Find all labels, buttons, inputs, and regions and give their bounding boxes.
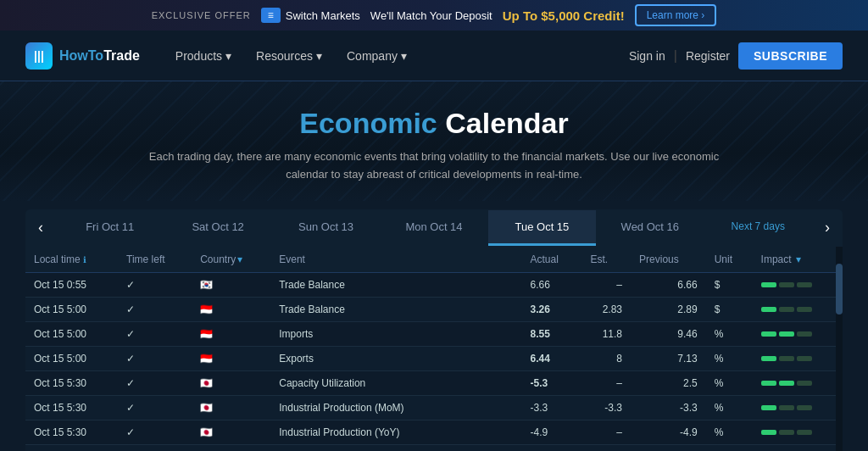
table-body: Oct 15 0:55 ✓ 🇰🇷 Trade Balance 6.66 – 6.… xyxy=(25,272,843,451)
cell-est: – xyxy=(581,420,631,444)
calendar-container: ‹ Fri Oct 11 Sat Oct 12 Sun Oct 13 Mon O… xyxy=(0,201,868,451)
col-event: Event xyxy=(270,247,476,273)
register-link[interactable]: Register xyxy=(686,49,730,63)
cell-flag: 🇯🇵 xyxy=(192,370,270,395)
scrollbar-thumb[interactable] xyxy=(836,264,843,315)
nav-company[interactable]: Company ▾ xyxy=(337,42,417,70)
col-time-left: Time left xyxy=(118,247,192,273)
nav-resources[interactable]: Resources ▾ xyxy=(246,42,332,70)
cell-empty2 xyxy=(499,321,522,346)
cell-empty2 xyxy=(499,346,522,370)
chevron-down-icon: ▾ xyxy=(225,49,231,63)
top-banner: EXCLUSIVE OFFER ≡ Switch Markets We'll M… xyxy=(0,0,868,31)
cell-empty2 xyxy=(499,297,522,321)
col-est: Est. xyxy=(581,247,631,273)
sign-in-link[interactable]: Sign in xyxy=(629,49,665,63)
cell-check: ✓ xyxy=(118,444,192,451)
cell-flag: 🇯🇵 xyxy=(192,420,270,444)
table-row: Oct 15 5:00 ✓ 🇮🇩 Trade Balance 3.26 2.83… xyxy=(25,297,843,321)
cell-impact xyxy=(753,395,843,420)
cell-event[interactable]: Industrial Production (YoY) xyxy=(270,420,476,444)
cell-flag: 🇮🇩 xyxy=(192,346,270,370)
cell-empty1 xyxy=(476,346,499,370)
cell-unit: % xyxy=(706,395,753,420)
cell-impact xyxy=(753,370,843,395)
banner-highlight: Up To $5,000 Credit! xyxy=(503,8,625,23)
hero-title: Economic Calendar xyxy=(17,107,851,140)
prev-date-button[interactable]: ‹ xyxy=(25,209,56,247)
cell-event[interactable]: Industrial Production (MoM) xyxy=(270,395,476,420)
cell-event[interactable]: Trade Balance xyxy=(270,297,476,321)
next-date-button[interactable]: › xyxy=(812,209,843,247)
cell-unit: % xyxy=(706,321,753,346)
cell-previous: 2.89 xyxy=(631,297,706,321)
cell-event[interactable]: Trade Balance xyxy=(270,272,476,297)
cell-event[interactable]: Gross Domestic Product (YoY) xyxy=(270,444,476,451)
logo-icon: ||| xyxy=(25,42,53,70)
logo[interactable]: ||| HowToTrade xyxy=(25,42,140,70)
col-actual: Actual xyxy=(522,247,582,273)
cell-est: – xyxy=(581,370,631,395)
cell-empty2 xyxy=(499,420,522,444)
scrollbar-track[interactable] xyxy=(836,247,843,451)
banner-tagline: We'll Match Your Deposit xyxy=(370,9,492,22)
hero-section: Economic Calendar Each trading day, ther… xyxy=(0,81,868,201)
cell-empty1 xyxy=(476,444,499,451)
cell-empty2 xyxy=(499,272,522,297)
learn-more-button[interactable]: Learn more › xyxy=(635,4,717,26)
cell-event[interactable]: Imports xyxy=(270,321,476,346)
col-previous: Previous xyxy=(631,247,706,273)
cell-empty1 xyxy=(476,395,499,420)
cell-previous: 9.46 xyxy=(631,321,706,346)
tab-mon-oct-14[interactable]: Mon Oct 14 xyxy=(380,210,487,246)
cell-check: ✓ xyxy=(118,346,192,370)
table-row: Oct 15 5:00 ✓ 🇮🇩 Exports 6.44 8 7.13 % xyxy=(25,346,843,370)
tab-fri-oct-11[interactable]: Fri Oct 11 xyxy=(56,210,164,246)
tab-wed-oct-16[interactable]: Wed Oct 16 xyxy=(596,210,704,246)
cell-actual: 8.55 xyxy=(522,321,582,346)
cell-actual: 1.9 xyxy=(522,444,582,451)
cell-event[interactable]: Exports xyxy=(270,346,476,370)
nav-links: Products ▾ Resources ▾ Company ▾ xyxy=(165,42,629,70)
cell-date: Oct 15 6:00 xyxy=(25,444,118,451)
date-tabs: Fri Oct 11 Sat Oct 12 Sun Oct 13 Mon Oct… xyxy=(56,210,812,246)
cell-actual: 3.26 xyxy=(522,297,582,321)
cell-empty1 xyxy=(476,272,499,297)
cell-previous: 2.5 xyxy=(631,370,706,395)
cell-empty1 xyxy=(476,297,499,321)
cell-unit: % xyxy=(706,370,753,395)
tab-sat-oct-12[interactable]: Sat Oct 12 xyxy=(164,210,271,246)
cell-check: ✓ xyxy=(118,321,192,346)
cell-unit: $ xyxy=(706,297,753,321)
nav-right: Sign in | Register SUBSCRIBE xyxy=(629,42,843,70)
col-empty2 xyxy=(499,247,522,273)
tab-next-7-days[interactable]: Next 7 days xyxy=(704,210,812,246)
cell-impact xyxy=(753,420,843,444)
cell-empty2 xyxy=(499,444,522,451)
cell-unit: % xyxy=(706,346,753,370)
table-row: Oct 15 5:00 ✓ 🇮🇩 Imports 8.55 11.8 9.46 … xyxy=(25,321,843,346)
nav-products[interactable]: Products ▾ xyxy=(165,42,242,70)
cell-event[interactable]: Capacity Utilization xyxy=(270,370,476,395)
cell-previous: -3.3 xyxy=(631,395,706,420)
cell-actual: -5.3 xyxy=(522,370,582,395)
cell-previous: 7.13 xyxy=(631,346,706,370)
cell-previous: – xyxy=(631,444,706,451)
cell-unit: $ xyxy=(706,272,753,297)
hero-title-colored: Economic xyxy=(299,107,437,139)
subscribe-button[interactable]: SUBSCRIBE xyxy=(738,42,843,70)
hero-subtitle: Each trading day, there are many economi… xyxy=(146,148,722,184)
col-country[interactable]: Country▾ xyxy=(192,247,270,273)
cell-actual: 6.66 xyxy=(522,272,582,297)
cell-impact xyxy=(753,297,843,321)
tab-sun-oct-13[interactable]: Sun Oct 13 xyxy=(272,210,380,246)
logo-text: HowToTrade xyxy=(59,48,140,64)
cell-previous: 6.66 xyxy=(631,272,706,297)
col-impact[interactable]: Impact ▾ xyxy=(753,247,843,273)
tab-tue-oct-15[interactable]: Tue Oct 15 xyxy=(488,210,596,246)
banner-switch: ≡ Switch Markets xyxy=(261,8,360,23)
cell-date: Oct 15 5:00 xyxy=(25,346,118,370)
cell-empty2 xyxy=(499,395,522,420)
cell-check: ✓ xyxy=(118,420,192,444)
economic-calendar-table: Local time ℹ Time left Country▾ Event Ac… xyxy=(25,247,843,451)
